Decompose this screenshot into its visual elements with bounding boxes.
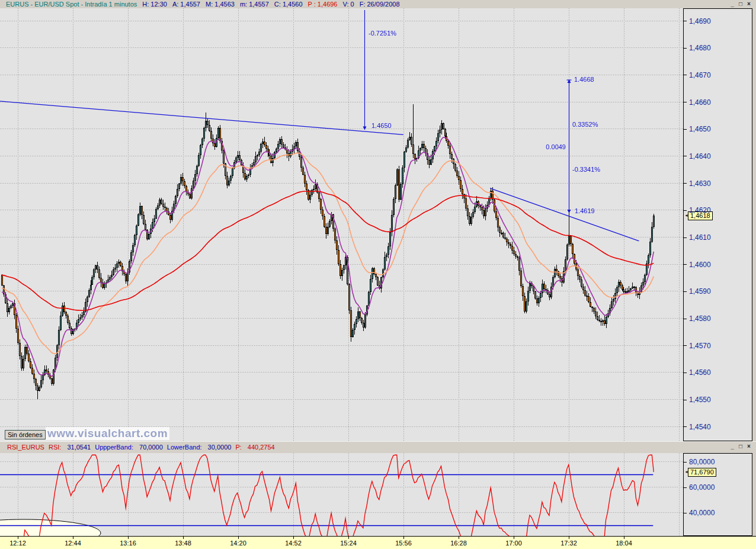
main-window-controls: _□× [728,1,753,8]
price-tick-mark [684,237,687,238]
text-segment: 30,0000 [208,444,232,451]
minimize-button[interactable]: _ [728,443,736,450]
price-tick-mark [684,264,687,265]
measure-annotation-label: -0.7251% [369,30,396,37]
text-segment: 70,0000 [139,444,163,451]
rsi-axis-pane[interactable]: ◄ 71,6790 80,000060,000040,0000 [683,453,752,536]
price-tick-mark [684,373,687,373]
text-segment: 440,2754 [248,444,275,451]
visualchart-watermark: www.visualchart.com [46,427,169,440]
time-tick-mark [183,537,184,539]
time-tick-label: 15:24 [340,540,357,547]
close-button[interactable]: × [745,443,753,450]
text-segment: M: 1,4563 [206,1,235,8]
price-tick-mark [684,210,687,211]
close-button[interactable]: × [745,1,753,8]
text-segment: RSI: [49,444,63,451]
price-tick-mark [684,319,687,319]
price-tick-mark [684,75,687,75]
price-tick-mark [684,400,687,400]
price-tick-label: 1,4650 [689,125,711,133]
time-tick-mark [514,537,514,539]
price-tick-label: 1,4670 [689,71,711,79]
price-axis-pane[interactable]: ◄ 1,4618 1,46901,46801,46701,46601,46501… [683,8,752,441]
price-tick-mark [684,48,687,49]
time-tick-mark [348,537,349,539]
rsi-panel-title-bar: RSI_EURUSRSI: 31,0541UppperBand: 70,0000… [0,441,756,453]
current-rsi-marker: 71,6790 [688,468,716,477]
time-tick-label: 14:52 [285,540,302,547]
time-tick-label: 14:20 [230,540,246,547]
measure-annotation-label: 1.4619 [575,207,595,214]
time-tick-label: 13:16 [120,540,136,547]
visual-chart-window: EURUS - EUR/USD Spot - Intradía 1 minuto… [0,0,756,549]
time-tick-mark [293,537,294,539]
measure-annotation-label: 0.0049 [524,143,566,150]
time-tick-label: 17:32 [560,540,577,547]
chart-title-bar: EURUS - EUR/USD Spot - Intradía 1 minuto… [0,0,756,8]
time-tick-label: 15:56 [395,540,412,547]
time-tick-label: 16:28 [450,540,467,547]
price-tick-mark [684,426,687,427]
rsi-tick-label: 80,0000 [689,458,715,466]
price-tick-label: 1,4640 [689,152,711,160]
rsi-tick-mark [684,513,687,513]
rsi-tick-mark [684,487,687,488]
price-tick-label: 1,4660 [689,98,711,107]
price-tick-label: 1,4630 [689,179,711,188]
price-tick-label: 1,4570 [689,342,711,350]
time-axis[interactable]: 12:1212:4413:1613:4814:2014:5215:2415:56… [0,536,756,549]
time-tick-label: 12:12 [9,540,26,547]
price-tick-label: 1,4690 [689,17,711,25]
price-tick-label: 1,4600 [689,261,711,269]
text-segment: V: 0 [342,1,354,8]
rsi-tick-label: 60,0000 [689,483,715,492]
no-orders-button[interactable]: Sin órdenes [5,430,46,439]
time-tick-mark [73,537,73,539]
price-tick-mark [684,102,687,102]
price-tick-mark [684,183,687,184]
rsi-window-controls: _□× [728,443,753,450]
rsi-tick-label: 40,0000 [689,509,715,517]
measure-annotation-label: -0.3341% [572,166,600,173]
measure-annotation-label: 0.3352% [572,121,598,128]
time-tick-mark [238,537,239,539]
text-segment: H: 12:30 [142,1,167,8]
time-tick-mark [403,537,404,539]
price-tick-label: 1,4590 [689,287,711,296]
text-segment: UppperBand: [95,444,135,451]
price-tick-label: 1,4560 [689,368,711,377]
text-segment: RSI_EURUS [7,444,44,451]
time-tick-label: 17:00 [505,540,522,547]
price-tick-mark [684,156,687,156]
price-tick-mark [684,129,687,130]
price-tick-label: 1,4680 [689,44,711,52]
text-segment: C: 1,4560 [274,1,303,8]
time-tick-label: 12:44 [65,540,81,547]
time-tick-mark [128,537,129,539]
time-tick-mark [569,537,569,539]
text-segment: m: 1,4557 [240,1,269,8]
rsi-chart-canvas[interactable] [0,453,683,536]
measure-annotation-label: 1.4668 [574,76,594,83]
maximize-button[interactable]: □ [736,1,745,8]
price-chart-canvas[interactable] [0,8,683,441]
time-tick-label: 13:48 [175,540,191,547]
maximize-button[interactable]: □ [736,443,745,450]
price-tick-label: 1,4580 [689,314,711,323]
price-tick-label: 1,4610 [689,233,711,242]
price-tick-label: 1,4540 [689,423,711,431]
text-segment: A: 1,4557 [172,1,200,8]
time-tick-mark [459,537,459,539]
text-segment: F: 26/09/2008 [360,1,400,8]
text-segment: EURUS - EUR/USD Spot - Intradía 1 minuto… [6,1,137,8]
price-tick-mark [684,345,687,346]
time-tick-mark [624,537,624,539]
measure-annotation-label: 1.4650 [371,122,392,129]
time-tick-mark [18,537,18,539]
text-segment: P : 1,4696 [308,1,338,8]
time-tick-label: 18:04 [616,540,632,547]
price-tick-mark [684,21,687,21]
minimize-button[interactable]: _ [728,1,736,8]
text-segment: LowerBand: [167,444,204,451]
